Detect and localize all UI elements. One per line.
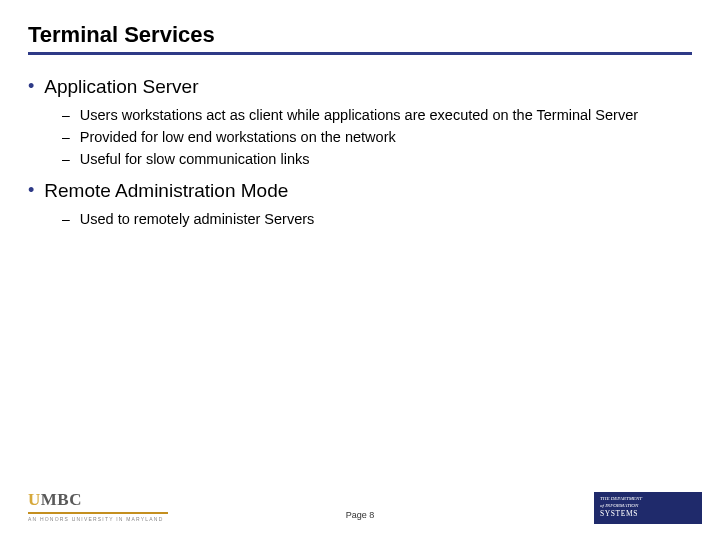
- department-badge: THE DEPARTMENT of INFORMATION SYSTEMS: [594, 492, 702, 524]
- umbc-wordmark: UMBC: [28, 490, 168, 510]
- dash-icon: –: [62, 105, 70, 125]
- bullet-item: • Remote Administration Mode: [28, 179, 692, 203]
- sub-bullet-text: Useful for slow communication links: [80, 149, 310, 169]
- dept-line: SYSTEMS: [600, 509, 696, 519]
- sub-bullet-item: – Users workstations act as client while…: [62, 105, 692, 125]
- page-number: Page 8: [346, 510, 375, 520]
- logo-letter: U: [28, 490, 41, 510]
- sub-bullet-text: Provided for low end workstations on the…: [80, 127, 396, 147]
- slide-title: Terminal Services: [28, 22, 720, 48]
- logo-letters: MBC: [41, 490, 82, 510]
- slide: Terminal Services • Application Server –…: [0, 0, 720, 540]
- dash-icon: –: [62, 149, 70, 169]
- title-area: Terminal Services: [0, 0, 720, 48]
- sub-bullet-text: Used to remotely administer Servers: [80, 209, 315, 229]
- bullet-icon: •: [28, 75, 34, 97]
- sub-list: – Used to remotely administer Servers: [62, 209, 692, 229]
- bullet-label: Application Server: [44, 75, 198, 99]
- sub-bullet-text: Users workstations act as client while a…: [80, 105, 638, 125]
- umbc-logo: UMBC AN HONORS UNIVERSITY IN MARYLAND: [28, 490, 168, 522]
- content-area: • Application Server – Users workstation…: [0, 55, 720, 229]
- logo-tagline: AN HONORS UNIVERSITY IN MARYLAND: [28, 516, 168, 522]
- logo-underline: [28, 512, 168, 514]
- bullet-icon: •: [28, 179, 34, 201]
- bullet-item: • Application Server: [28, 75, 692, 99]
- bullet-label: Remote Administration Mode: [44, 179, 288, 203]
- dash-icon: –: [62, 209, 70, 229]
- sub-bullet-item: – Provided for low end workstations on t…: [62, 127, 692, 147]
- sub-bullet-item: – Useful for slow communication links: [62, 149, 692, 169]
- sub-list: – Users workstations act as client while…: [62, 105, 692, 169]
- dash-icon: –: [62, 127, 70, 147]
- sub-bullet-item: – Used to remotely administer Servers: [62, 209, 692, 229]
